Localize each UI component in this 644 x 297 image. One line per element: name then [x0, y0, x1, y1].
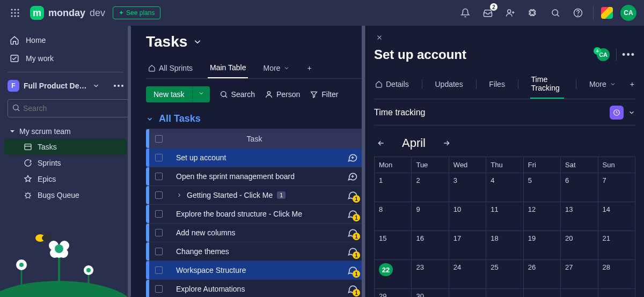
item-owner-avatar[interactable]: + CA [596, 47, 611, 62]
calendar-cell[interactable] [524, 289, 561, 297]
add-view-button[interactable]: + [305, 58, 313, 78]
sidebar-item-bugs[interactable]: Bugs Queue [4, 187, 127, 203]
calendar-cell[interactable]: 24 [449, 260, 486, 289]
item-tab-details[interactable]: Details [374, 75, 410, 94]
conversation-icon[interactable]: 1 [347, 209, 358, 219]
user-avatar[interactable]: CA [620, 5, 636, 21]
new-task-button[interactable]: New task [146, 86, 192, 102]
apps-grid-icon[interactable] [8, 5, 23, 20]
search-icon[interactable] [548, 5, 563, 20]
calendar-cell[interactable] [598, 289, 635, 297]
time-tracking-app-icon[interactable] [610, 106, 624, 120]
tab-more[interactable]: More [261, 58, 292, 78]
row-checkbox[interactable] [155, 154, 163, 161]
calendar-cell[interactable]: 1 [375, 173, 412, 202]
calendar-cell[interactable]: 26 [524, 260, 561, 289]
calendar-cell[interactable]: 20 [561, 231, 598, 260]
calendar-cell[interactable]: 17 [449, 231, 486, 260]
table-row[interactable]: Getting Started - Click Me11 [146, 186, 365, 205]
conversation-icon[interactable]: 1 [347, 265, 358, 276]
calendar-cell[interactable]: 2 [412, 173, 449, 202]
conversation-icon[interactable] [347, 171, 358, 182]
calendar-cell[interactable]: 18 [486, 231, 523, 260]
monday-products-icon[interactable] [601, 7, 613, 19]
calendar-cell[interactable]: 4 [486, 173, 523, 202]
calendar-cell[interactable] [561, 289, 598, 297]
row-checkbox[interactable] [155, 266, 163, 274]
calendar-cell[interactable]: 25 [486, 260, 523, 289]
conversation-icon[interactable]: 1 [347, 227, 358, 238]
calendar-cell[interactable]: 23 [412, 260, 449, 289]
row-checkbox[interactable] [155, 229, 163, 236]
calendar-cell[interactable] [449, 289, 486, 297]
select-all-checkbox[interactable] [155, 135, 163, 143]
conversation-icon[interactable] [347, 152, 358, 163]
help-icon[interactable] [570, 5, 586, 20]
row-checkbox[interactable] [155, 285, 163, 293]
row-checkbox[interactable] [155, 191, 163, 199]
calendar-cell[interactable] [486, 289, 523, 297]
new-task-split-button[interactable]: New task [146, 86, 210, 102]
close-panel-button[interactable] [374, 32, 385, 43]
calendar-cell[interactable]: 14 [598, 202, 635, 231]
calendar-cell[interactable]: 3 [449, 173, 486, 202]
calendar-cell[interactable]: 21 [598, 231, 635, 260]
sidebar-group[interactable]: My scrum team [0, 124, 131, 139]
calendar-cell[interactable]: 7 [598, 173, 635, 202]
more-dots-icon[interactable] [114, 85, 123, 87]
calendar-cell[interactable]: 11 [486, 202, 523, 231]
conversation-icon[interactable]: 1 [347, 284, 358, 294]
app-logo[interactable]: m monday dev [30, 6, 105, 20]
calendar-cell[interactable]: 6 [561, 173, 598, 202]
item-tab-time-tracking[interactable]: Time Tracking [530, 70, 565, 99]
table-row[interactable]: Workspace Structure1 [146, 261, 365, 280]
calendar-cell[interactable]: 8 [375, 202, 412, 231]
calendar-cell[interactable]: 27 [561, 260, 598, 289]
board-filter-button[interactable]: Filter [310, 90, 338, 99]
row-checkbox[interactable] [155, 210, 163, 218]
calendar-cell[interactable]: 29 [375, 289, 412, 297]
tab-all-sprints[interactable]: All Sprints [146, 58, 195, 78]
row-checkbox[interactable] [155, 248, 163, 255]
table-row[interactable]: Explore Automations1 [146, 280, 365, 297]
chevron-down-icon[interactable] [193, 37, 202, 47]
next-month-button[interactable] [440, 136, 453, 150]
workspace-selector[interactable]: F Full Product De… [0, 77, 131, 95]
table-row[interactable]: Open the sprint management board [146, 167, 365, 186]
nav-mywork[interactable]: My work [0, 49, 131, 68]
prev-month-button[interactable] [374, 136, 388, 150]
board-person-button[interactable]: Person [265, 90, 300, 99]
conversation-icon[interactable]: 1 [347, 190, 358, 201]
group-header[interactable]: All Tasks [146, 113, 365, 124]
inbox-icon[interactable]: 2 [480, 5, 495, 20]
calendar-cell[interactable]: 19 [524, 231, 561, 260]
table-row[interactable]: Explore the board structure - Click Me1 [146, 205, 365, 224]
item-tab-updates[interactable]: Updates [434, 75, 464, 94]
conversation-icon[interactable]: 1 [347, 246, 358, 257]
add-item-view-button[interactable]: + [629, 75, 635, 94]
calendar-cell[interactable]: 22 [375, 260, 412, 289]
calendar-cell[interactable]: 15 [375, 231, 412, 260]
sidebar-item-sprints[interactable]: Sprints [4, 155, 127, 171]
calendar-cell[interactable]: 28 [598, 260, 635, 289]
calendar-cell[interactable]: 30 [412, 289, 449, 297]
row-checkbox[interactable] [155, 173, 163, 180]
item-tab-files[interactable]: Files [488, 75, 506, 94]
table-row[interactable]: Set up account [146, 148, 365, 167]
table-row[interactable]: Change themes1 [146, 242, 365, 261]
calendar-cell[interactable]: 9 [412, 202, 449, 231]
new-task-dropdown[interactable] [192, 86, 210, 102]
sidebar-item-tasks[interactable]: Tasks [4, 139, 127, 155]
item-tab-more[interactable]: More [588, 75, 617, 94]
sidebar-item-epics[interactable]: Epics [4, 171, 127, 187]
calendar-cell[interactable]: 10 [449, 202, 486, 231]
table-row[interactable]: Add new columns1 [146, 224, 365, 242]
calendar-cell[interactable]: 12 [524, 202, 561, 231]
board-search-button[interactable]: Search [219, 90, 255, 99]
column-header-task[interactable]: Task [169, 135, 340, 143]
notifications-icon[interactable] [458, 5, 473, 20]
chevron-down-icon[interactable] [628, 109, 635, 116]
invite-icon[interactable] [503, 5, 518, 20]
calendar-cell[interactable]: 16 [412, 231, 449, 260]
apps-icon[interactable] [525, 5, 540, 20]
